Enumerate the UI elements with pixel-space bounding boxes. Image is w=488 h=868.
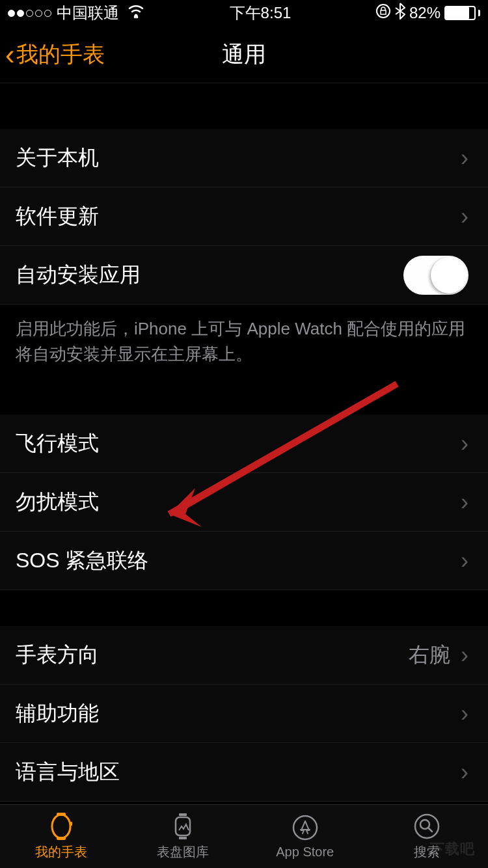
tab-label: 表盘图库 (157, 843, 209, 861)
row-about[interactable]: 关于本机 › (0, 129, 488, 187)
svg-rect-7 (70, 822, 72, 826)
row-airplane-mode[interactable]: 飞行模式 › (0, 414, 488, 473)
back-button[interactable]: ‹ 我的手表 (0, 40, 105, 70)
svg-point-12 (415, 815, 439, 838)
status-bar: 中国联通 下午8:51 82% (0, 0, 488, 26)
page-title: 通用 (222, 40, 266, 70)
battery-pct-label: 82% (409, 4, 441, 22)
status-right: 82% (375, 3, 480, 23)
svg-rect-5 (57, 813, 66, 816)
row-label: 勿扰模式 (16, 488, 461, 517)
svg-rect-6 (57, 837, 66, 840)
tab-bar: 我的手表 表盘图库 App Store 搜索 下载吧 (0, 804, 488, 868)
auto-install-toggle[interactable] (403, 256, 468, 295)
app-store-icon (291, 813, 319, 842)
row-label: 软件更新 (16, 202, 461, 231)
back-label: 我的手表 (16, 40, 105, 70)
chevron-right-icon: › (461, 700, 468, 727)
svg-point-11 (293, 816, 317, 839)
row-do-not-disturb[interactable]: 勿扰模式 › (0, 473, 488, 532)
watermark: 下载吧 (430, 839, 475, 859)
row-label: 飞行模式 (16, 429, 461, 458)
settings-list: 关于本机 › 软件更新 › 自动安装应用 启用此功能后，iPhone 上可与 A… (0, 83, 488, 802)
bluetooth-icon (395, 3, 405, 23)
chevron-right-icon: › (461, 144, 468, 172)
row-value: 右腕 (409, 641, 450, 670)
nav-bar: ‹ 我的手表 通用 (0, 26, 488, 83)
chevron-right-icon: › (461, 489, 468, 516)
watch-icon (49, 812, 74, 841)
svg-point-0 (135, 14, 138, 18)
search-icon (413, 812, 441, 841)
tab-label: 我的手表 (35, 843, 87, 861)
chevron-right-icon: › (461, 642, 468, 669)
row-label: SOS 紧急联络 (16, 547, 461, 575)
battery-icon (444, 6, 480, 20)
signal-strength-icon (8, 10, 51, 17)
tab-label: App Store (276, 845, 334, 860)
row-label: 语言与地区 (16, 758, 461, 787)
clock-label: 下午8:51 (230, 3, 291, 23)
tab-face-gallery[interactable]: 表盘图库 (122, 805, 245, 868)
row-sos-emergency[interactable]: SOS 紧急联络 › (0, 532, 488, 590)
chevron-right-icon: › (461, 430, 468, 457)
chevron-left-icon: ‹ (5, 40, 15, 69)
row-watch-orientation[interactable]: 手表方向 右腕 › (0, 626, 488, 685)
tab-my-watch[interactable]: 我的手表 (0, 805, 122, 868)
wifi-icon (127, 4, 145, 22)
svg-rect-9 (179, 813, 187, 816)
svg-line-14 (428, 828, 432, 832)
auto-install-footer: 启用此功能后，iPhone 上可与 Apple Watch 配合使用的应用将自动… (0, 305, 488, 379)
row-label: 自动安装应用 (16, 261, 403, 290)
chevron-right-icon: › (461, 759, 468, 786)
chevron-right-icon: › (461, 547, 468, 575)
tab-app-store[interactable]: App Store (244, 805, 366, 868)
row-auto-install[interactable]: 自动安装应用 (0, 246, 488, 305)
svg-point-4 (52, 815, 70, 838)
status-left: 中国联通 (8, 3, 145, 23)
row-label: 手表方向 (16, 641, 409, 670)
row-software-update[interactable]: 软件更新 › (0, 187, 488, 246)
svg-rect-10 (179, 837, 187, 839)
chevron-right-icon: › (461, 203, 468, 230)
row-language-region[interactable]: 语言与地区 › (0, 743, 488, 802)
face-gallery-icon (170, 812, 195, 841)
row-label: 关于本机 (16, 144, 461, 172)
carrier-label: 中国联通 (57, 3, 119, 23)
svg-point-1 (377, 5, 390, 18)
row-label: 辅助功能 (16, 699, 461, 728)
svg-rect-8 (176, 817, 190, 835)
orientation-lock-icon (375, 3, 391, 23)
row-accessibility[interactable]: 辅助功能 › (0, 685, 488, 743)
